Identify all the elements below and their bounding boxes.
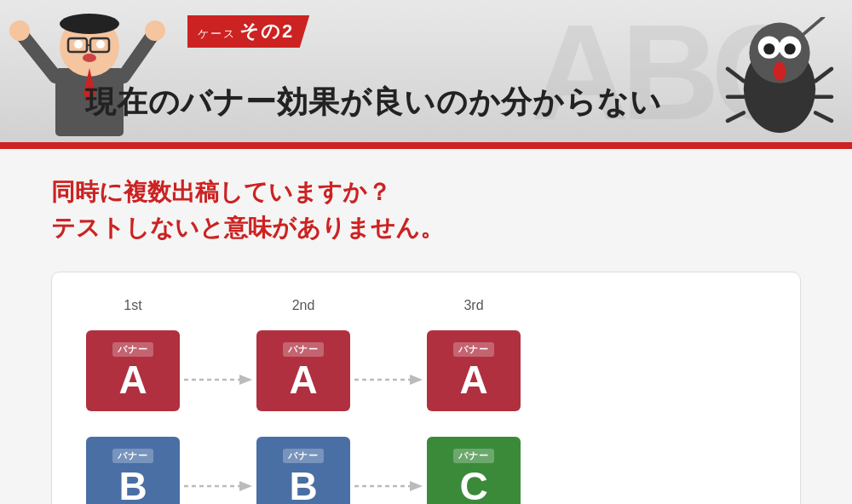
svg-marker-29: [239, 375, 252, 385]
diagram-container: 1st バナー A バナー B: [51, 272, 801, 504]
banner-letter-1b: B: [118, 467, 147, 504]
col-label-1: 1st: [124, 298, 141, 313]
arrow-icon-1a: [184, 369, 252, 390]
main-content: 同時に複数出稿していますか？ テストしないと意味がありません。 1st バナー …: [0, 149, 852, 504]
diagram-col-3: 3rd バナー A バナー C: [427, 298, 521, 504]
banner-headline: 現在のバナー効果が良いのか分からない: [85, 82, 662, 123]
svg-point-3: [74, 40, 83, 49]
svg-point-21: [774, 62, 786, 82]
banner-letter-3a: A: [459, 360, 487, 399]
svg-point-2: [60, 14, 119, 34]
svg-marker-31: [239, 481, 252, 491]
header-banner: ABC ケースその2 現在のバナー効果が良いのか分からない: [0, 0, 852, 149]
sub-headline: 同時に複数出稿していますか？ テストしないと意味がありません。: [51, 175, 801, 246]
banner-letter-1a: A: [118, 360, 147, 399]
svg-line-11: [124, 34, 153, 77]
banner-box-2a: バナー A: [256, 330, 350, 411]
banner-tag-3b: バナー: [453, 449, 494, 463]
svg-point-10: [9, 20, 30, 41]
arrow-cell-1b: [180, 445, 256, 504]
banner-letter-3b: C: [459, 467, 487, 504]
banner-box-1a: バナー A: [86, 330, 180, 411]
svg-point-19: [763, 43, 774, 54]
case-badge: ケースその2: [187, 15, 309, 48]
col-label-2: 2nd: [292, 298, 315, 313]
banner-box-1b: バナー B: [86, 437, 180, 504]
arrow-group-1: [180, 298, 256, 504]
diagram-col-2: 2nd バナー A バナー B: [256, 298, 350, 504]
banner-tag-1b: バナー: [112, 449, 153, 463]
svg-line-9: [21, 34, 55, 77]
svg-line-22: [728, 69, 744, 81]
svg-line-27: [815, 113, 832, 121]
svg-point-4: [96, 40, 105, 49]
svg-point-13: [83, 54, 96, 62]
banner-box-3b: バナー C: [427, 437, 521, 504]
svg-point-20: [785, 43, 796, 54]
svg-marker-33: [410, 375, 423, 385]
arrow-icon-1b: [184, 476, 252, 496]
banner-letter-2a: A: [289, 360, 317, 399]
banner-tag-2b: バナー: [283, 449, 324, 463]
arrow-icon-2a: [354, 369, 423, 390]
case-label: ケース: [198, 27, 236, 40]
arrow-cell-2a: [350, 339, 427, 420]
banner-tag-1a: バナー: [112, 342, 153, 357]
banner-box-2b: バナー B: [256, 437, 350, 504]
arrow-group-2: [350, 298, 427, 504]
arrow-cell-1a: [180, 339, 256, 420]
sub-headline-line1: 同時に複数出稿していますか？: [51, 175, 801, 210]
col-label-3: 3rd: [463, 298, 483, 313]
arrow-icon-2b: [354, 476, 423, 496]
banner-tag-2a: バナー: [283, 342, 324, 357]
banner-box-3a: バナー A: [427, 330, 521, 411]
svg-marker-35: [410, 481, 423, 491]
svg-line-24: [728, 113, 744, 121]
banner-letter-2b: B: [289, 467, 317, 504]
bug-character: [724, 17, 835, 145]
diagram-col-1: 1st バナー A バナー B: [86, 298, 180, 504]
case-number: その2: [239, 20, 294, 42]
arrow-cell-2b: [350, 445, 427, 504]
svg-point-12: [145, 20, 165, 41]
sub-headline-line2: テストしないと意味がありません。: [51, 210, 801, 246]
banner-tag-3a: バナー: [453, 342, 494, 357]
svg-line-25: [815, 69, 832, 81]
